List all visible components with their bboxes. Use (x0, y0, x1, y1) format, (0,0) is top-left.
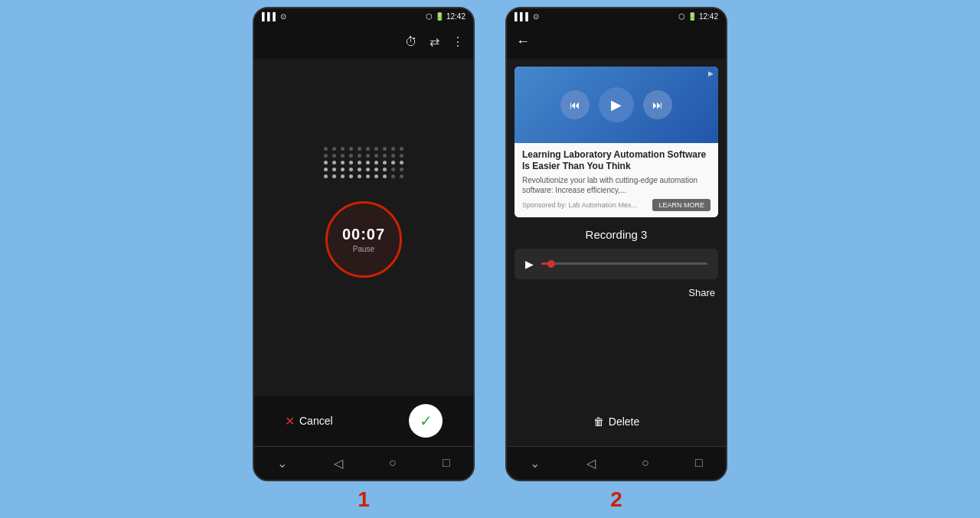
dot (383, 161, 387, 165)
home-icon[interactable]: ○ (389, 456, 397, 470)
back-icon[interactable]: ◁ (334, 456, 343, 471)
dot (400, 154, 403, 158)
cancel-button[interactable]: ✕ Cancel (285, 414, 333, 428)
home-icon-2[interactable]: ○ (642, 456, 649, 470)
dot (391, 154, 395, 158)
dot (324, 161, 328, 165)
dot (374, 174, 378, 178)
ad-rewind-button[interactable]: ⏮ (560, 90, 590, 119)
more-options-icon[interactable]: ⋮ (452, 34, 464, 49)
dot (324, 154, 328, 158)
history-icon[interactable]: ⏱ (405, 35, 417, 49)
dot (358, 174, 361, 178)
dot-row-1 (324, 147, 403, 151)
cancel-x-icon: ✕ (285, 414, 295, 428)
ad-text-area: Learning Laboratory Automation Software … (514, 143, 718, 217)
dot (349, 161, 353, 165)
ad-learn-more-button[interactable]: LEARN MORE (652, 199, 710, 211)
ad-title: Learning Laboratory Automation Software … (522, 149, 710, 173)
camera-icon-2: ⬡ (678, 12, 685, 21)
dot (366, 168, 370, 171)
ad-play-button[interactable]: ▶ (599, 87, 634, 122)
dot (358, 147, 361, 151)
chevron-down-icon[interactable]: ⌄ (277, 456, 287, 471)
nav-bar-2: ⌄ ◁ ○ □ (507, 446, 726, 480)
dot (391, 147, 395, 151)
dot (400, 147, 403, 151)
status-bar-1: ▌▌▌ ⊙ ⬡ 🔋 12:42 (254, 8, 473, 25)
recents-icon[interactable]: □ (443, 456, 450, 470)
dot (366, 174, 370, 178)
dot (341, 168, 345, 171)
share-area: Share (514, 287, 718, 298)
delete-area[interactable]: 🗑 Delete (514, 415, 718, 438)
progress-thumb (547, 260, 555, 268)
camera-icon: ⬡ (426, 12, 433, 21)
player-bar: ▶ (514, 249, 718, 279)
dot (383, 154, 387, 158)
chevron-down-icon-2[interactable]: ⌄ (530, 456, 540, 471)
back-button[interactable]: ← (516, 34, 530, 50)
rewind-icon: ⏮ (570, 99, 580, 111)
ad-badge: ▶ (708, 70, 714, 77)
dot-row-4 (324, 168, 403, 171)
dot (366, 161, 370, 165)
dot (349, 154, 353, 158)
fastforward-icon: ⏭ (652, 99, 663, 111)
battery-icon: 🔋 (435, 12, 444, 21)
status-bar-left-1: ▌▌▌ ⊙ (262, 12, 286, 21)
play-button-small[interactable]: ▶ (525, 258, 534, 270)
phone1-wrapper: ▌▌▌ ⊙ ⬡ 🔋 12:42 ⏱ ⇄ ⋮ (253, 7, 475, 512)
top-toolbar-1: ⏱ ⇄ ⋮ (254, 25, 473, 59)
dot (324, 147, 328, 151)
delete-label: Delete (609, 415, 639, 428)
status-bar-right-1: ⬡ 🔋 12:42 (426, 12, 466, 21)
battery-icon-2: 🔋 (688, 12, 697, 21)
dot (332, 168, 336, 171)
time-1: 12:42 (446, 12, 466, 21)
dot (341, 154, 345, 158)
timer-circle[interactable]: 00:07 Pause (325, 201, 402, 278)
recents-icon-2[interactable]: □ (695, 456, 703, 470)
waveform-dots (324, 147, 403, 178)
screen2-top-bar: ← (507, 25, 726, 59)
phone2-wrapper: ▌▌▌ ⊙ ⬡ 🔋 12:42 ← ▶ ⏮ (505, 7, 727, 512)
back-icon-2[interactable]: ◁ (586, 456, 596, 471)
dot (324, 174, 328, 178)
delete-icon: 🗑 (593, 415, 604, 428)
wifi-icon-2: ⊙ (533, 12, 539, 21)
dot (400, 168, 403, 171)
dot (366, 147, 370, 151)
status-bar-right-2: ⬡ 🔋 12:42 (678, 12, 718, 21)
step-label-2: 2 (610, 487, 622, 512)
progress-track[interactable] (541, 262, 707, 265)
play-icon: ▶ (611, 96, 622, 113)
dot (349, 168, 353, 171)
confirm-button[interactable]: ✓ (409, 404, 443, 438)
dot (391, 174, 395, 178)
ad-description: Revolutionize your lab with cutting-edge… (522, 175, 710, 195)
ad-fastforward-button[interactable]: ⏭ (643, 90, 672, 119)
check-icon: ✓ (420, 412, 433, 430)
wifi-icon: ⊙ (280, 12, 286, 21)
step-label-1: 1 (358, 487, 370, 512)
dot (332, 147, 336, 151)
share-button[interactable]: Share (688, 287, 715, 298)
signal-icon-2: ▌▌▌ (514, 12, 531, 21)
phone2: ▌▌▌ ⊙ ⬡ 🔋 12:42 ← ▶ ⏮ (505, 7, 727, 481)
flip-camera-icon[interactable]: ⇄ (430, 34, 439, 49)
status-bar-left-2: ▌▌▌ ⊙ (514, 12, 539, 21)
dot (374, 154, 378, 158)
signal-icon: ▌▌▌ (262, 12, 278, 21)
recording-title: Recording 3 (586, 228, 648, 241)
dot (383, 174, 387, 178)
waveform-container (324, 147, 403, 178)
status-bar-2: ▌▌▌ ⊙ ⬡ 🔋 12:42 (507, 8, 726, 25)
dot (400, 174, 403, 178)
dot (374, 147, 378, 151)
dot (341, 174, 345, 178)
ad-controls: ⏮ ▶ ⏭ (560, 87, 672, 122)
ad-sponsored-label: Sponsored by: Lab Automation Mex... (522, 201, 637, 209)
dot (332, 174, 336, 178)
dot (358, 161, 361, 165)
